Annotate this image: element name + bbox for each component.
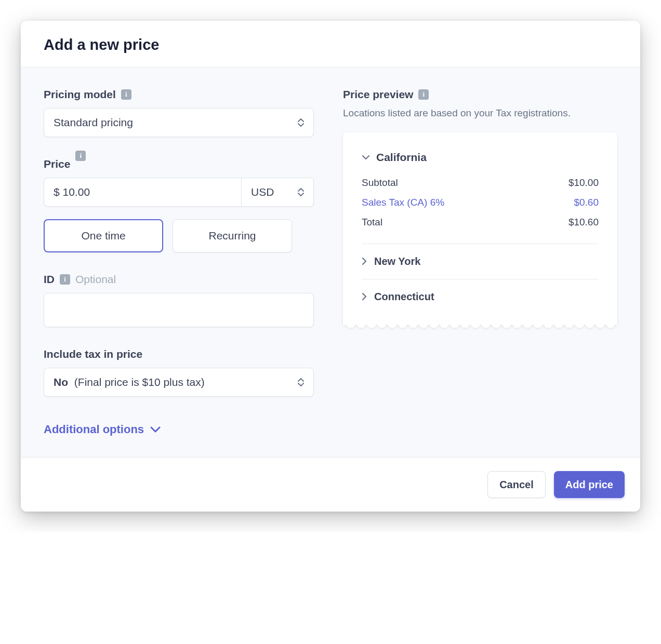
one-time-toggle[interactable]: One time bbox=[44, 219, 163, 252]
location-newyork-toggle[interactable]: New York bbox=[362, 244, 599, 279]
location-connecticut-toggle[interactable]: Connecticut bbox=[362, 279, 599, 305]
price-preview-label: Price preview bbox=[343, 88, 413, 101]
additional-options-toggle[interactable]: Additional options bbox=[44, 423, 161, 436]
recurring-toggle[interactable]: Recurring bbox=[173, 219, 292, 252]
pricing-model-field: Pricing model i Standard pricing bbox=[44, 88, 314, 137]
currency-value: USD bbox=[251, 186, 274, 198]
id-label: ID bbox=[44, 273, 55, 286]
add-price-label: Add price bbox=[565, 479, 613, 491]
price-field: Price i $ 10.00 USD bbox=[44, 158, 314, 252]
tax-label: Sales Tax (CA) 6% bbox=[362, 197, 444, 208]
price-input[interactable]: $ 10.00 bbox=[44, 178, 241, 207]
id-optional: Optional bbox=[75, 273, 116, 286]
select-stepper-icon bbox=[298, 378, 304, 386]
id-field: ID i Optional bbox=[44, 273, 314, 327]
preview-column: Price preview i Locations listed are bas… bbox=[343, 88, 617, 436]
subtotal-value: $10.00 bbox=[569, 177, 599, 189]
additional-options-label: Additional options bbox=[44, 423, 144, 436]
modal-title: Add a new price bbox=[44, 36, 617, 53]
info-icon[interactable]: i bbox=[75, 151, 86, 161]
cancel-button[interactable]: Cancel bbox=[487, 471, 546, 498]
select-stepper-icon bbox=[298, 118, 304, 127]
add-price-button[interactable]: Add price bbox=[554, 471, 625, 498]
cancel-label: Cancel bbox=[499, 479, 534, 491]
location-name: New York bbox=[374, 256, 420, 267]
tax-value: $0.60 bbox=[574, 197, 599, 208]
price-label: Price bbox=[44, 158, 70, 170]
include-tax-select[interactable]: No (Final price is $10 plus tax) bbox=[44, 368, 314, 397]
chevron-down-icon bbox=[362, 155, 370, 160]
info-icon[interactable]: i bbox=[121, 89, 131, 100]
price-value: $ 10.00 bbox=[54, 186, 90, 198]
price-preview-sub: Locations listed are based on your Tax r… bbox=[343, 106, 617, 121]
modal-body: Pricing model i Standard pricing Price i bbox=[21, 68, 640, 457]
modal-footer: Cancel Add price bbox=[21, 457, 640, 512]
chevron-right-icon bbox=[362, 257, 367, 265]
modal-header: Add a new price bbox=[21, 21, 640, 68]
location-name: Connecticut bbox=[374, 291, 434, 303]
total-label: Total bbox=[362, 217, 382, 228]
currency-select[interactable]: USD bbox=[241, 178, 314, 207]
recurring-label: Recurring bbox=[208, 230, 256, 242]
id-input[interactable] bbox=[44, 293, 314, 327]
pricing-model-select[interactable]: Standard pricing bbox=[44, 108, 314, 137]
pricing-model-value: Standard pricing bbox=[54, 116, 133, 129]
info-icon[interactable]: i bbox=[418, 89, 429, 100]
tax-prefix: No bbox=[54, 376, 68, 388]
include-tax-label: Include tax in price bbox=[44, 348, 142, 360]
chevron-right-icon bbox=[362, 292, 367, 301]
california-breakdown: Subtotal $10.00 Sales Tax (CA) 6% $0.60 … bbox=[362, 173, 599, 244]
price-preview-receipt: California Subtotal $10.00 Sales Tax (CA… bbox=[343, 132, 617, 323]
subtotal-label: Subtotal bbox=[362, 177, 398, 189]
one-time-label: One time bbox=[81, 230, 125, 242]
info-icon[interactable]: i bbox=[60, 274, 70, 285]
pricing-model-label: Pricing model bbox=[44, 88, 116, 101]
tax-rest: (Final price is $10 plus tax) bbox=[74, 376, 205, 388]
location-name: California bbox=[376, 151, 427, 164]
add-price-modal: Add a new price Pricing model i Standard… bbox=[21, 21, 640, 512]
chevron-down-icon bbox=[150, 426, 161, 433]
form-column: Pricing model i Standard pricing Price i bbox=[44, 88, 314, 436]
select-stepper-icon bbox=[298, 188, 304, 196]
total-value: $10.60 bbox=[569, 217, 599, 228]
location-california-toggle[interactable]: California bbox=[362, 148, 599, 173]
include-tax-field: Include tax in price No (Final price is … bbox=[44, 348, 314, 397]
